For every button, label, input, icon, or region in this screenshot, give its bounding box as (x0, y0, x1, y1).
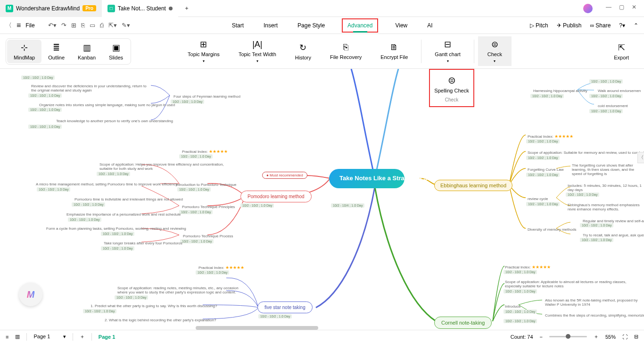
date-tag: 10/2 - 10/2 ; 1.0 Day (28, 125, 62, 129)
ebbinghaus-diversity[interactable]: Diversity of memory methods (525, 226, 579, 233)
feynman-n1[interactable]: Review and discover the deficiencies in … (28, 83, 151, 93)
pomodoro-practical[interactable]: Practical Index: ★★★★★ (179, 148, 231, 155)
page-tab-active[interactable]: Page 1 (99, 334, 115, 340)
ebbinghaus-scope[interactable]: Scope of application: Suitable for memor… (525, 150, 644, 156)
fivestar-q2[interactable]: 2. What is the logic behind recording th… (102, 317, 219, 323)
avatar[interactable] (583, 4, 593, 13)
close-icon[interactable]: ✕ (632, 4, 636, 13)
tab-page-style[interactable]: Page Style (295, 18, 328, 33)
minimize-icon[interactable]: — (606, 4, 611, 13)
hippocampal-harness[interactable]: Harnessing hippocampal activity (530, 88, 590, 94)
ebbinghaus-curve-desc[interactable]: The forgetting curve shows that after le… (569, 162, 644, 177)
tab-advanced[interactable]: Advanced (342, 18, 378, 33)
undo-icon[interactable]: ↶▾ (48, 22, 57, 29)
pitch-button[interactable]: ▷ Pitch (530, 22, 548, 29)
pomodoro-process[interactable]: Pomodoro Technique Process (180, 233, 236, 239)
back-icon[interactable]: 〈 (6, 21, 12, 30)
tab-start[interactable]: Start (229, 18, 247, 33)
pomodoro-cycle[interactable]: Form a cycle from planning tasks, settin… (43, 226, 189, 232)
collapse-ribbon-icon[interactable]: ⌃ (634, 22, 638, 29)
app-tab[interactable]: M Wondershare EdrawMind Pro (0, 0, 102, 17)
central-topic[interactable]: Take Notes Like a Straight-A Student (329, 169, 405, 188)
share-button[interactable]: ∞ Share (590, 22, 611, 29)
feynman-title[interactable]: Four steps of Feynman learning method (171, 93, 243, 100)
page-select[interactable]: Page 1 ▾ (33, 334, 66, 340)
print-icon[interactable]: ⎙ (100, 22, 104, 29)
view-outline[interactable]: ≣Outline (41, 40, 71, 63)
ebbinghaus-title[interactable]: Ebbinghaus learning method (434, 180, 512, 191)
pomodoro-emphasize[interactable]: Emphasize the importance of a personaliz… (64, 211, 183, 218)
horizontal-scrollbar[interactable] (196, 326, 318, 330)
cornell-combines[interactable]: Combines the five steps of recording, si… (542, 312, 644, 318)
tab-view[interactable]: View (392, 18, 410, 33)
zoom-out-button[interactable]: − (540, 334, 543, 340)
fivestar-scope[interactable]: Scope of application: reading notes, mee… (115, 285, 242, 295)
hippocampal-cold[interactable]: cold endorsement (595, 103, 631, 109)
encrypt-file-button[interactable]: 🗎Encrypt File (371, 40, 417, 63)
pomodoro-micro[interactable]: A micro time management method, setting … (33, 181, 180, 187)
pomodoro-scope[interactable]: Scope of application: Helps you improve … (97, 161, 229, 172)
ribbon-tabs: Start Insert Page Style Advanced View AI (229, 18, 436, 33)
history-button[interactable]: ↻History (286, 40, 321, 63)
view-mindmap[interactable]: ⊹MindMap (7, 40, 41, 63)
file-menu[interactable]: File (25, 22, 34, 29)
most-recommended-tag[interactable]: ● Most recommended (262, 172, 307, 179)
export-icon[interactable]: ⇱▾ (108, 22, 117, 29)
pomodoro-principles[interactable]: Pomodoro Technique Principles (179, 204, 238, 210)
publish-button[interactable]: ✈ Publish (557, 22, 582, 29)
ebbinghaus-curve[interactable]: Forgetting Curve Law (525, 167, 566, 173)
export-button[interactable]: ⇱Export (604, 40, 638, 63)
fivestar-title[interactable]: five star note taking (257, 301, 313, 313)
help-icon[interactable]: ?▾ (619, 22, 625, 29)
menu-icon[interactable]: ≡ (17, 21, 21, 30)
document-tab[interactable]: □ Take Not... Student (102, 0, 178, 17)
gantt-chart-button[interactable]: ⊟Gantt chart▾ (425, 36, 470, 66)
cornell-title[interactable]: Cornell note-taking (434, 317, 492, 329)
pomodoro-title[interactable]: Pomodoro learning method (240, 191, 312, 202)
ebbinghaus-emphasizes[interactable]: Ebbinghaus's memory method emphasizes re… (565, 202, 644, 212)
cornell-scope[interactable]: Scope of application: Applicable to almo… (502, 279, 632, 289)
file-recovery-button[interactable]: ⎘File Recovery (321, 40, 371, 63)
check-button[interactable]: ⊜Check▾ (478, 36, 512, 66)
view-slides[interactable]: ▣Slides (102, 40, 130, 63)
view-kanban[interactable]: ▥Kanban (71, 40, 102, 63)
new-tab-button[interactable]: ＋ (178, 0, 195, 17)
ebbinghaus-cycle[interactable]: review cycle (525, 196, 551, 202)
ebbinghaus-regular[interactable]: Regular and timely review and self-asse (580, 218, 644, 224)
edit-icon[interactable]: ✎▾ (122, 22, 130, 29)
fivestar-practical[interactable]: Practical Index: ★★★★★ (196, 264, 247, 271)
ai-fab-button[interactable]: M (19, 283, 42, 306)
save-icon[interactable]: ▭ (90, 22, 95, 29)
cornell-introduce[interactable]: Introduce (502, 303, 523, 310)
mindmap-canvas[interactable]: Take Notes Like a Straight-A Student 10/… (0, 69, 644, 330)
zoom-in-button[interactable]: ＋ (594, 333, 599, 340)
outline-toggle-icon[interactable]: ≡ (6, 334, 8, 340)
ebbinghaus-includes[interactable]: Includes: 5 minutes, 30 minutes, 12 hour… (565, 183, 644, 193)
ebbinghaus-practical[interactable]: Practical Index: ★★★★★ (525, 133, 576, 140)
maximize-icon[interactable]: ▢ (619, 4, 624, 13)
cornell-also[interactable]: Also known as the 5R note-taking method,… (542, 297, 641, 308)
side-panel-toggle[interactable]: 〈 (637, 152, 644, 163)
hippocampal-walk[interactable]: Walk around endorsemen (595, 88, 644, 94)
new-icon[interactable]: ⊞ (71, 22, 76, 29)
pomodoro-breaks[interactable]: Take longer breaks after every four Pomo… (101, 240, 185, 246)
tab-insert[interactable]: Insert (261, 18, 281, 33)
fivestar-q1[interactable]: 1. Predict what the other party is going… (88, 303, 220, 309)
zoom-value[interactable]: 55% (605, 334, 616, 340)
panel-toggle-icon[interactable]: ▥ (15, 334, 20, 340)
cornell-practical[interactable]: Practical Index: ★★★★★ (502, 264, 553, 270)
add-page-button[interactable]: ＋ (80, 333, 85, 340)
date-tag: 10/2 - 10/2 ; 1.0 Day (504, 310, 537, 314)
topic-margins-button[interactable]: ⊞Topic Margins▾ (178, 36, 229, 66)
spelling-check-item[interactable]: Spelling Check (431, 88, 472, 93)
pro-badge: Pro (83, 5, 96, 11)
fit-screen-icon[interactable]: ⛶ (622, 334, 627, 340)
tab-ai[interactable]: AI (424, 18, 435, 33)
redo-icon[interactable]: ↷ (61, 22, 66, 29)
collapse-icon[interactable]: ⊟ (634, 334, 638, 340)
topic-text-width-button[interactable]: |A|Topic Text Width▾ (229, 37, 286, 66)
pomodoro-indivisible[interactable]: Pomodoro time is indivisible and irrelev… (72, 196, 186, 202)
zoom-slider[interactable] (549, 336, 587, 337)
feynman-n3[interactable]: Teach knowledge to another person to ver… (53, 118, 176, 124)
open-icon[interactable]: ⎘ (81, 22, 85, 29)
